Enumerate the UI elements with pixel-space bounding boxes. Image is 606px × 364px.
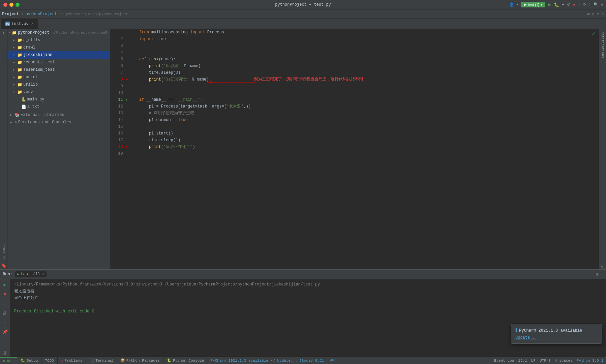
problems-icon: ⚠ <box>61 358 63 363</box>
traffic-lights <box>0 3 20 7</box>
pin-tab-button[interactable]: 📌 <box>1 328 9 336</box>
tree-item-venv[interactable]: ▾ 📁 venv <box>7 88 110 96</box>
tree-item-jiekeshijian[interactable]: ▾ 📁 jiekeshijian <box>7 51 110 59</box>
python-console-label: Python Console <box>173 359 204 363</box>
tree-item-main-py[interactable]: 🐍 main.py <box>7 96 110 103</box>
close-button[interactable] <box>3 3 7 7</box>
tree-root[interactable]: ▾ 📁 pythonProject ~/PycharmProjects/pyth… <box>7 29 110 36</box>
code-editor[interactable]: ● ▶ ● from multipro <box>126 29 599 269</box>
status-tab-python-console[interactable]: 🐍 Python Console <box>163 357 208 364</box>
event-log-label: Event Log <box>494 359 514 363</box>
settings-icon[interactable]: ⚙ <box>601 2 603 7</box>
account-icon[interactable]: 👤 ▾ <box>509 2 518 7</box>
breakpoint-8[interactable]: ● <box>126 78 128 82</box>
run-config-button[interactable]: ▶ test (1) ▾ <box>521 2 545 7</box>
folder-icon-jiekeshijian: 📁 <box>17 53 22 58</box>
coverage-icon[interactable]: ☂ <box>562 2 564 7</box>
status-tab-python-packages[interactable]: 📦 Python Packages <box>117 357 163 364</box>
status-tab-event-log[interactable]: Event Log <box>494 359 514 363</box>
bookmarks-icon[interactable]: 🔖 <box>0 262 7 269</box>
window-title: pythonProject – test.py <box>275 2 331 7</box>
top-nav-project[interactable]: pythonProject <box>26 12 57 17</box>
run-tab-close[interactable]: × <box>42 272 44 277</box>
vcs-update-icon[interactable]: ⟳ <box>583 2 586 7</box>
left-toolbar: P Structure 🔖 <box>0 29 7 269</box>
python-version[interactable]: Python 3.9.1 <box>577 359 603 363</box>
tab-test-py[interactable]: py test.py × <box>1 19 38 29</box>
tree-item-scratches[interactable]: ▶ ✎ Scratches and Consoles <box>7 119 110 126</box>
indent-settings[interactable]: 4 spaces <box>555 359 573 363</box>
tree-item-external[interactable]: ▶ 📚 External Libraries <box>7 111 110 119</box>
search-everywhere-icon[interactable]: 🔍 <box>594 2 598 7</box>
gutter-panel-label[interactable]: ⊘ <box>600 264 605 269</box>
status-tab-todo[interactable]: TODO <box>41 357 57 364</box>
code-line-7: time.sleep(3) <box>139 69 599 76</box>
notification-title-text: PyCharm 2021.1.3 available <box>519 328 582 333</box>
debug-status-icon: 🐛 <box>21 358 25 363</box>
file-encoding[interactable]: UTF-8 <box>540 359 551 363</box>
profile-icon[interactable]: ⏱ <box>567 2 571 7</box>
structure-panel-icon[interactable]: Structure <box>0 247 7 254</box>
label-crawl: crawl <box>23 45 35 50</box>
status-tab-terminal[interactable]: ⬛ Terminal <box>86 357 117 364</box>
stop-icon[interactable]: ■ <box>573 3 576 7</box>
tree-item-crawl[interactable]: ▶ 📁 crawl <box>7 44 110 51</box>
debug-status-label: Debug <box>27 359 38 363</box>
run-panel-settings-icon[interactable]: ⚙ <box>596 272 599 277</box>
status-tab-run[interactable]: ▶ Run <box>0 357 17 364</box>
project-nav-item[interactable]: Project <box>2 12 19 17</box>
python-console-icon: 🐍 <box>167 358 172 363</box>
run-panel-expand-icon[interactable]: ▭ <box>601 272 603 277</box>
code-line-16: p1.start() <box>139 130 599 137</box>
panel-close-icon[interactable]: × <box>601 11 604 17</box>
notification-link[interactable]: Update... <box>515 335 598 340</box>
cursor-position[interactable]: 19:1 <box>518 359 527 363</box>
clear-output-button[interactable]: 🗑 <box>1 349 9 357</box>
notifications-panel-label[interactable]: Notifications <box>600 30 605 59</box>
tree-item-socket[interactable]: ▶ 📁 socket <box>7 73 110 81</box>
status-tab-debug[interactable]: 🐛 Debug <box>17 357 41 364</box>
root-path: ~/PycharmProjects/pythonProject <box>52 31 110 35</box>
run-output[interactable]: /Library/Frameworks/Python.framework/Ver… <box>10 279 606 357</box>
code-line-15 <box>139 123 599 130</box>
run-icon[interactable]: ▶ <box>548 2 551 7</box>
tree-item-a-txt[interactable]: 📄 a.txt <box>7 103 110 111</box>
scroll-to-end-button[interactable]: ↓ <box>1 300 9 307</box>
re-run-button[interactable]: ▶ <box>1 281 9 289</box>
minimize-button[interactable] <box>9 3 13 7</box>
editor-content[interactable]: 1 2 3 4 5 6 7 8 9 10 11 12 13 14 15 16 1… <box>110 29 606 269</box>
tree-item-a_utils[interactable]: ▶ 📁 a_utils <box>7 36 110 44</box>
run-panel-tab-test[interactable]: ▶ test (1) × <box>15 271 47 277</box>
label-a_utils: a_utils <box>23 38 40 42</box>
status-bar-tabs: ▶ Run 🐛 Debug TODO ⚠ Problems ⬛ Terminal… <box>0 357 338 364</box>
python-packages-label: Python Packages <box>126 359 160 363</box>
stop-button[interactable]: ■ <box>1 291 9 298</box>
terminal-icon: ⬛ <box>89 358 94 363</box>
tree-item-selenium_test[interactable]: ▶ 📁 selenium_test <box>7 66 110 73</box>
file-saved-checkmark: ✓ <box>592 30 595 37</box>
panel-settings-icon[interactable]: ⚙ <box>597 11 599 17</box>
soft-wrap-button[interactable]: ↵ <box>1 319 9 326</box>
project-panel-icon[interactable]: P <box>0 30 7 37</box>
tab-label: test.py <box>11 22 28 26</box>
tree-item-requests_test[interactable]: ▶ 📁 requests_test <box>7 59 110 66</box>
print-button[interactable]: 🖨 <box>1 309 9 317</box>
separator1: | <box>578 3 580 7</box>
project-panel-actions: ⊞ ⇅ ⚙ × <box>587 11 604 17</box>
title-bar-actions: 👤 ▾ ▶ test (1) ▾ ▶ 🐛 ☂ ⏱ ■ | ⟳ | 🔍 ⚙ <box>509 2 606 7</box>
status-tab-problems[interactable]: ⚠ Problems <box>58 357 86 364</box>
python-file-icon: py <box>5 22 10 26</box>
tab-close-icon[interactable]: × <box>31 22 33 26</box>
label-venv: venv <box>23 90 33 94</box>
debug-icon[interactable]: 🐛 <box>554 2 559 7</box>
breakpoint-18[interactable]: ● <box>126 145 128 149</box>
tree-item-urllib[interactable]: ▶ 📁 urllib <box>7 81 110 88</box>
run-panel-run-label: Run: <box>3 272 12 277</box>
sort-icon[interactable]: ⇅ <box>592 11 595 17</box>
line-separator[interactable]: LF <box>531 359 536 363</box>
file-icon-main-py: 🐍 <box>21 97 26 102</box>
maximize-button[interactable] <box>16 3 20 7</box>
pycharm-update-notif: PyCharm 2021.1.3 available // Update... … <box>211 359 336 363</box>
compact-view-icon[interactable]: ⊞ <box>587 11 590 17</box>
notification-update-link[interactable]: Update... <box>515 335 537 340</box>
